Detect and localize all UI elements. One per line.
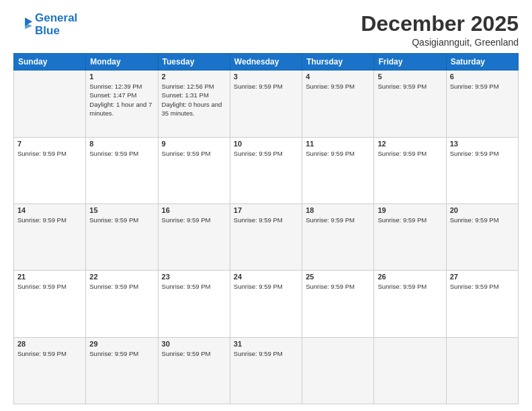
day-number: 21 [17,273,82,281]
day-info: Sunrise: 9:59 PM [234,282,298,291]
calendar-cell: 15Sunrise: 9:59 PM [86,203,158,270]
day-info: Sunrise: 9:59 PM [378,149,442,158]
day-number: 30 [162,340,226,348]
day-number: 29 [89,340,154,348]
day-number: 7 [17,140,82,148]
day-number: 23 [162,273,226,281]
calendar-cell: 31Sunrise: 9:59 PM [230,337,302,404]
day-info: Sunrise: 9:59 PM [450,216,515,224]
day-number: 31 [234,340,298,348]
day-number: 13 [450,140,515,148]
calendar-cell: 21Sunrise: 9:59 PM [14,271,86,337]
day-info: Sunrise: 9:59 PM [306,149,370,158]
day-info: Sunrise: 9:59 PM [306,216,370,224]
day-info: Sunrise: 9:59 PM [234,349,298,358]
col-header-tuesday: Tuesday [158,54,230,71]
day-info: Sunrise: 9:59 PM [306,282,370,291]
month-title: December 2025 [361,12,519,36]
day-info: Sunrise: 9:59 PM [450,282,515,291]
day-info: Sunrise: 9:59 PM [162,282,226,291]
day-info: Sunrise: 9:59 PM [234,82,298,91]
calendar-cell: 11Sunrise: 9:59 PM [302,137,374,203]
day-info: Sunrise: 9:59 PM [378,216,442,224]
calendar-cell: 4Sunrise: 9:59 PM [302,71,374,137]
day-number: 11 [306,140,370,148]
calendar-cell: 30Sunrise: 9:59 PM [158,337,230,404]
day-number: 16 [162,206,226,214]
day-info: Sunrise: 9:59 PM [378,282,442,291]
col-header-saturday: Saturday [446,54,518,71]
day-number: 1 [89,73,154,81]
logo-general: General [35,11,77,24]
calendar-cell: 18Sunrise: 9:59 PM [302,203,374,270]
day-info: Sunrise: 9:59 PM [89,216,154,224]
calendar-cell: 29Sunrise: 9:59 PM [86,337,158,404]
calendar-cell: 22Sunrise: 9:59 PM [86,271,158,337]
day-number: 25 [306,273,370,281]
calendar-cell: 6Sunrise: 9:59 PM [446,71,518,137]
day-number: 15 [89,206,154,214]
calendar-cell: 14Sunrise: 9:59 PM [14,203,86,270]
day-info: Sunrise: 9:59 PM [450,149,515,158]
day-number: 8 [89,140,154,148]
day-number: 26 [378,273,442,281]
day-number: 28 [17,340,82,348]
calendar-cell: 26Sunrise: 9:59 PM [374,271,446,337]
calendar-cell [302,337,374,404]
day-number: 22 [89,273,154,281]
col-header-wednesday: Wednesday [230,54,302,71]
calendar-cell: 3Sunrise: 9:59 PM [230,71,302,137]
page: General Blue December 2025 Qasigiannguit… [0,0,532,411]
title-section: December 2025 Qasigiannguit, Greenland [361,12,519,48]
calendar-cell: 28Sunrise: 9:59 PM [14,337,86,404]
calendar-cell: 12Sunrise: 9:59 PM [374,137,446,203]
day-number: 5 [378,73,442,81]
calendar-cell: 13Sunrise: 9:59 PM [446,137,518,203]
calendar-cell [14,71,86,137]
location: Qasigiannguit, Greenland [361,37,519,48]
day-number: 10 [234,140,298,148]
day-info: Sunrise: 9:59 PM [89,349,154,358]
day-info: Sunrise: 9:59 PM [89,149,154,158]
day-info: Sunrise: 12:39 PMSunset: 1:47 PMDaylight… [89,82,154,118]
calendar-cell: 19Sunrise: 9:59 PM [374,203,446,270]
day-number: 2 [162,73,226,81]
day-number: 3 [234,73,298,81]
day-number: 4 [306,73,370,81]
calendar-cell: 8Sunrise: 9:59 PM [86,137,158,203]
day-number: 6 [450,73,515,81]
calendar-cell [374,337,446,404]
day-number: 14 [17,206,82,214]
day-info: Sunrise: 9:59 PM [162,149,226,158]
top-section: General Blue December 2025 Qasigiannguit… [13,12,519,48]
day-info: Sunrise: 9:59 PM [17,282,82,291]
day-info: Sunrise: 9:59 PM [17,216,82,224]
calendar-cell: 10Sunrise: 9:59 PM [230,137,302,203]
col-header-thursday: Thursday [302,54,374,71]
day-info: Sunrise: 9:59 PM [162,216,226,224]
day-info: Sunrise: 9:59 PM [306,82,370,91]
calendar-cell: 5Sunrise: 9:59 PM [374,71,446,137]
col-header-monday: Monday [86,54,158,71]
calendar-cell: 25Sunrise: 9:59 PM [302,271,374,337]
day-info: Sunrise: 9:59 PM [450,82,515,91]
calendar: SundayMondayTuesdayWednesdayThursdayFrid… [13,53,519,404]
day-number: 18 [306,206,370,214]
calendar-cell: 17Sunrise: 9:59 PM [230,203,302,270]
calendar-cell: 27Sunrise: 9:59 PM [446,271,518,337]
day-number: 12 [378,140,442,148]
calendar-cell: 7Sunrise: 9:59 PM [14,137,86,203]
calendar-cell: 20Sunrise: 9:59 PM [446,203,518,270]
calendar-cell: 9Sunrise: 9:59 PM [158,137,230,203]
calendar-cell: 16Sunrise: 9:59 PM [158,203,230,270]
day-info: Sunrise: 9:59 PM [89,282,154,291]
calendar-cell: 23Sunrise: 9:59 PM [158,271,230,337]
logo: General Blue [13,12,77,37]
day-number: 9 [162,140,226,148]
calendar-cell: 2Sunrise: 12:56 PMSunset: 1:31 PMDayligh… [158,71,230,137]
day-number: 24 [234,273,298,281]
day-number: 20 [450,206,515,214]
day-number: 17 [234,206,298,214]
day-info: Sunrise: 9:59 PM [234,149,298,158]
logo-blue: Blue [35,25,77,38]
